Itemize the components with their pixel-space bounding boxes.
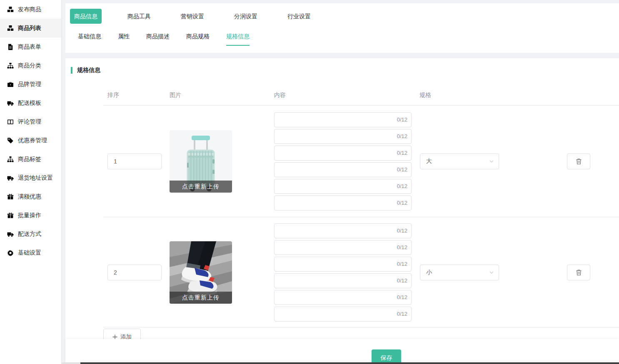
sidebar-item-product-list[interactable]: 商品列表 bbox=[0, 19, 61, 37]
spec-select[interactable]: 大 bbox=[420, 154, 499, 169]
spec-row: 点击重新上传 0/12 0/12 0/12 0/12 0/12 bbox=[65, 217, 619, 327]
content-input[interactable] bbox=[274, 290, 412, 305]
gift-icon bbox=[7, 212, 14, 219]
trash-icon bbox=[576, 269, 582, 276]
primary-tabs: 商品信息 商品工具 营销设置 分润设置 行业设置 bbox=[65, 3, 619, 24]
content-input[interactable] bbox=[274, 240, 412, 255]
sidebar: 发布商品 商品列表 商品表单 商品分类 品牌管理 配送模板 评论管理 优惠券管理… bbox=[0, 0, 61, 364]
sidebar-item-label: 商品分类 bbox=[18, 62, 41, 69]
sidebar-item-label: 基础设置 bbox=[18, 249, 41, 257]
chevron-down-icon bbox=[489, 271, 494, 274]
truck-icon bbox=[7, 231, 14, 238]
section-accent-bar bbox=[71, 67, 72, 74]
sidebar-item-label: 商品表单 bbox=[18, 43, 41, 51]
content-input[interactable] bbox=[274, 196, 412, 210]
add-row-button[interactable]: 添加 bbox=[103, 329, 141, 339]
spec-select-value: 小 bbox=[426, 269, 432, 276]
sidebar-item-label: 配送方式 bbox=[18, 230, 41, 238]
tab-basic-info[interactable]: 基础信息 bbox=[78, 33, 101, 46]
row-divider bbox=[103, 327, 619, 327]
sidebar-item-label: 批量操作 bbox=[18, 212, 41, 219]
sidebar-gap bbox=[61, 0, 65, 364]
delete-row-button[interactable] bbox=[567, 154, 590, 169]
cubes-icon bbox=[7, 25, 14, 32]
tab-product-info[interactable]: 商品信息 bbox=[70, 9, 102, 24]
content-input-wrap: 0/12 bbox=[274, 240, 412, 255]
tag-icon bbox=[7, 137, 14, 144]
sidebar-item-label: 满额优惠 bbox=[18, 193, 41, 201]
delete-row-button[interactable] bbox=[567, 265, 590, 280]
content-input-wrap: 0/12 bbox=[274, 162, 412, 177]
content-input-wrap: 0/12 bbox=[274, 257, 412, 272]
sort-input[interactable] bbox=[107, 265, 162, 280]
sidebar-item-basic-settings[interactable]: 基础设置 bbox=[0, 243, 61, 262]
sidebar-item-label: 优惠券管理 bbox=[18, 137, 47, 144]
tab-industry-settings[interactable]: 行业设置 bbox=[283, 9, 315, 24]
product-image-upload[interactable]: 点击重新上传 bbox=[170, 241, 232, 304]
content-input[interactable] bbox=[274, 223, 412, 238]
sidebar-item-label: 配送模板 bbox=[18, 99, 41, 107]
content-input[interactable] bbox=[274, 179, 412, 194]
reupload-overlay-label: 点击重新上传 bbox=[170, 292, 232, 304]
tab-marketing-settings[interactable]: 营销设置 bbox=[177, 9, 208, 24]
content-input[interactable] bbox=[274, 112, 412, 127]
content-inputs: 0/12 0/12 0/12 0/12 0/12 0/12 bbox=[274, 112, 412, 210]
sidebar-item-label: 退货地址设置 bbox=[18, 174, 53, 182]
plus-icon bbox=[112, 334, 117, 339]
tab-product-description[interactable]: 商品描述 bbox=[146, 33, 170, 46]
tab-profit-settings[interactable]: 分润设置 bbox=[230, 9, 262, 24]
tab-product-spec[interactable]: 商品规格 bbox=[186, 33, 210, 46]
content-input-wrap: 0/12 bbox=[274, 196, 412, 210]
spec-info-panel: 规格信息 排序 图片 内容 规格 bbox=[65, 58, 619, 339]
sidebar-item-label: 评论管理 bbox=[18, 118, 41, 126]
gear-icon bbox=[7, 250, 14, 256]
sidebar-item-product-category[interactable]: 商品分类 bbox=[0, 56, 61, 75]
add-row-label: 添加 bbox=[120, 333, 132, 339]
sidebar-item-coupon-management[interactable]: 优惠券管理 bbox=[0, 131, 61, 150]
content-input[interactable] bbox=[274, 129, 412, 144]
content-input-wrap: 0/12 bbox=[274, 179, 412, 194]
sidebar-item-label: 发布商品 bbox=[18, 6, 41, 13]
content-input[interactable] bbox=[274, 307, 412, 322]
sidebar-item-comment-management[interactable]: 评论管理 bbox=[0, 112, 61, 131]
sidebar-item-batch-operations[interactable]: 批量操作 bbox=[0, 206, 61, 225]
tab-product-tools[interactable]: 商品工具 bbox=[123, 9, 155, 24]
content-input[interactable] bbox=[274, 257, 412, 272]
reupload-overlay-label: 点击重新上传 bbox=[170, 181, 232, 193]
sidebar-item-delivery-method[interactable]: 配送方式 bbox=[0, 225, 61, 243]
sidebar-item-publish-product[interactable]: 发布商品 bbox=[0, 0, 61, 19]
truck-icon bbox=[7, 175, 14, 181]
content-input[interactable] bbox=[274, 146, 412, 161]
sidebar-item-full-discount[interactable]: 满额优惠 bbox=[0, 187, 61, 206]
sort-input[interactable] bbox=[107, 154, 162, 169]
secondary-tabs: 基础信息 属性 商品描述 商品规格 规格信息 bbox=[65, 33, 619, 46]
column-header-image: 图片 bbox=[170, 92, 181, 99]
column-header-spec: 规格 bbox=[419, 92, 431, 99]
sidebar-item-return-address[interactable]: 退货地址设置 bbox=[0, 168, 61, 187]
section-title: 规格信息 bbox=[77, 67, 100, 74]
save-button[interactable]: 保存 bbox=[372, 349, 401, 364]
sidebar-item-product-tags[interactable]: 商品标签 bbox=[0, 150, 61, 168]
tab-attributes[interactable]: 属性 bbox=[118, 33, 130, 46]
sidebar-item-product-form[interactable]: 商品表单 bbox=[0, 37, 61, 56]
sidebar-item-delivery-template[interactable]: 配送模板 bbox=[0, 94, 61, 112]
spec-row: 点击重新上传 0/12 0/12 0/12 0/12 0/12 bbox=[65, 105, 619, 217]
sidebar-item-label: 商品列表 bbox=[18, 25, 41, 32]
content-input[interactable] bbox=[274, 273, 412, 288]
file-icon bbox=[7, 44, 14, 50]
header-tabs-card: 商品信息 商品工具 营销设置 分润设置 行业设置 基础信息 属性 商品描述 商品… bbox=[65, 3, 619, 53]
gift-icon bbox=[7, 193, 14, 200]
content-input-wrap: 0/12 bbox=[274, 290, 412, 305]
sidebar-item-label: 商品标签 bbox=[18, 156, 41, 163]
product-image-upload[interactable]: 点击重新上传 bbox=[170, 130, 232, 193]
spec-select[interactable]: 小 bbox=[420, 265, 499, 280]
chevron-down-icon bbox=[489, 160, 494, 163]
tab-spec-info[interactable]: 规格信息 bbox=[226, 33, 250, 46]
section-header: 规格信息 bbox=[71, 67, 100, 74]
content-input-wrap: 0/12 bbox=[274, 112, 412, 127]
horizontal-scrollbar[interactable] bbox=[61, 362, 619, 364]
content-input[interactable] bbox=[274, 162, 412, 177]
content-input-wrap: 0/12 bbox=[274, 223, 412, 238]
sidebar-item-brand-management[interactable]: 品牌管理 bbox=[0, 75, 61, 94]
briefcase-icon bbox=[7, 81, 14, 88]
